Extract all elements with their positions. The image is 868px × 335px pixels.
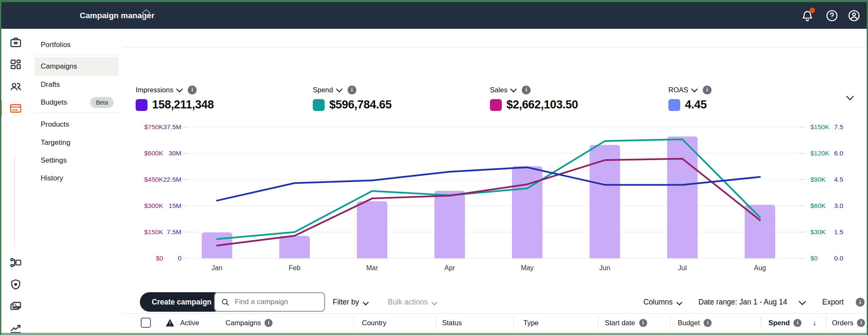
metric-dropdown-roas[interactable]: ROASi (668, 85, 712, 94)
column-divider (353, 316, 354, 329)
audiences-icon[interactable] (0, 77, 31, 96)
create-campaign-button[interactable]: Create campaign (140, 292, 223, 312)
screenshot-border-top (0, 0, 868, 2)
dashboard-icon[interactable] (0, 55, 31, 74)
icon-rail (0, 29, 31, 335)
search-icon (221, 298, 230, 307)
sidebar-item-settings[interactable]: Settings (35, 151, 119, 170)
column-header-country[interactable]: Country (362, 314, 387, 332)
notification-dot (810, 8, 815, 13)
column-divider (826, 316, 826, 329)
y-axis-roas-tick: 0.0 (834, 254, 851, 263)
metric-label: Spend (313, 86, 333, 94)
x-axis-label: Feb (289, 264, 300, 271)
x-axis-label: Jul (678, 264, 687, 271)
info-icon[interactable]: i (264, 319, 273, 327)
metric-dropdown-impressions[interactable]: Impressionsi (136, 85, 214, 94)
bar-impressions-Aug (745, 205, 775, 258)
notifications-bell-icon[interactable] (801, 9, 814, 22)
x-axis-label: Jan (211, 264, 223, 271)
metric-color-swatch (490, 99, 502, 111)
account-icon[interactable] (848, 9, 860, 22)
info-icon[interactable]: i (348, 86, 356, 94)
select-all-checkbox[interactable] (141, 318, 151, 328)
metric-dropdown-spend[interactable]: Spendi (313, 85, 392, 94)
metric-card-impressions: Impressionsi 158,211,348 (136, 85, 214, 111)
metric-card-sales: Salesi $2,662,103.50 (490, 85, 578, 111)
column-header-start-date[interactable]: Start datei (605, 314, 647, 332)
info-icon[interactable]: i (188, 86, 197, 94)
x-axis-label: Apr (445, 264, 456, 271)
metric-value: $596,784.65 (329, 98, 392, 111)
columns-dropdown[interactable]: Columns (643, 292, 682, 312)
sidebar-item-budgets[interactable]: BudgetsBeta (35, 93, 119, 112)
sponsored-campaigns-icon[interactable] (0, 33, 31, 52)
info-icon[interactable]: i (522, 86, 531, 94)
metric-value: 4.45 (685, 98, 707, 111)
help-icon[interactable] (826, 9, 838, 22)
chart-collapse-chevron-icon[interactable] (843, 93, 853, 101)
brand-safety-shield-icon[interactable] (0, 275, 31, 294)
column-divider (761, 316, 761, 329)
content-header-divider (123, 47, 868, 47)
rail-divider (14, 156, 15, 247)
metric-color-swatch (313, 99, 325, 111)
y-axis-impressions-tick: 37.5M (155, 123, 181, 131)
creative-assets-icon[interactable] (0, 297, 31, 316)
date-range-dropdown[interactable]: Date range: Jan 1 - Aug 14 (698, 292, 787, 312)
column-header-status[interactable]: Status (442, 314, 462, 332)
export-button[interactable]: Export (822, 292, 844, 312)
beta-badge: Beta (90, 97, 114, 108)
y-axis-impressions-tick: 22.5M (155, 175, 181, 184)
metric-card-roas: ROASi 4.45 (668, 85, 712, 111)
info-icon[interactable]: i (857, 319, 865, 327)
export-info-icon[interactable]: i (856, 298, 865, 307)
screenshot-border-bottom (0, 333, 868, 335)
y-axis-roas-tick: 4.5 (834, 175, 851, 184)
sidebar-item-portfolios[interactable]: Portfolios (35, 36, 119, 54)
info-icon[interactable]: i (703, 86, 712, 94)
sidebar-item-drafts[interactable]: Drafts (35, 75, 119, 94)
home-icon[interactable] (141, 8, 152, 19)
bar-impressions-Jul (667, 136, 698, 258)
campaign-search-field[interactable] (214, 292, 325, 312)
date-range-chevron-icon[interactable] (796, 292, 805, 312)
metric-label: ROAS (668, 86, 688, 94)
metric-color-swatch (668, 99, 680, 111)
main-content: Impressionsi 158,211,348 Spendi $596,784… (123, 29, 868, 335)
info-icon[interactable]: i (704, 319, 712, 327)
sitemap-icon[interactable] (0, 253, 31, 272)
column-header-type[interactable]: Type (523, 314, 539, 332)
sidebar-item-history[interactable]: History (35, 169, 119, 188)
y-axis-spend-tick: $120K (810, 149, 837, 158)
nav-menu: PortfoliosCampaignsDraftsBudgetsBetaProd… (31, 29, 123, 335)
chevron-down-icon (510, 86, 517, 92)
bulk-actions-dropdown[interactable]: Bulk actions (388, 292, 437, 312)
column-header-active[interactable]: Active (180, 314, 199, 332)
search-input[interactable] (234, 297, 320, 307)
y-axis-spend-tick: $30K (810, 228, 837, 236)
sort-descending-icon[interactable]: ↓ (812, 314, 816, 332)
column-header-campaigns[interactable]: Campaignsi (225, 314, 273, 332)
metric-dropdown-sales[interactable]: Salesi (490, 85, 578, 94)
column-header-spend[interactable]: Spendi↓ (768, 314, 816, 332)
menu-divider (35, 112, 119, 113)
sidebar-item-products[interactable]: Products (35, 115, 119, 134)
column-divider (670, 316, 670, 329)
filter-by-dropdown[interactable]: Filter by (333, 292, 368, 312)
info-icon[interactable]: i (639, 319, 647, 327)
chevron-down-icon (176, 86, 183, 92)
column-header-orders[interactable]: Ordersi (832, 314, 865, 332)
x-axis-label: Jun (599, 264, 610, 271)
sidebar-item-targeting[interactable]: Targeting (35, 133, 119, 152)
info-icon[interactable]: i (793, 319, 801, 327)
metric-label: Impressions (136, 86, 173, 94)
column-divider (436, 316, 437, 329)
x-axis-label: May (521, 264, 534, 271)
campaigns-table-header: ActiveCampaignsiCountryStatusTypeStart d… (123, 313, 868, 331)
sidebar-item-campaigns[interactable]: Campaigns (35, 57, 119, 76)
column-header-budget[interactable]: Budgeti (678, 314, 712, 332)
app-window: Campaign manager (0, 0, 868, 335)
billing-card-icon[interactable] (0, 99, 31, 118)
screenshot-border-left (0, 0, 1, 335)
